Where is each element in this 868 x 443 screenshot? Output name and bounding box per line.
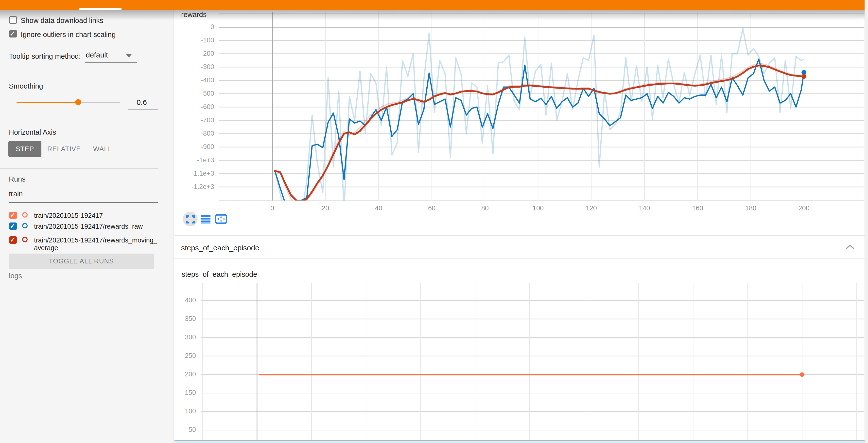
- divider: [0, 168, 158, 169]
- y-tick-label: -200: [177, 50, 214, 57]
- runs-label: Runs: [9, 175, 26, 183]
- y-tick-label: -900: [177, 143, 214, 151]
- run-color-radio[interactable]: [22, 212, 28, 217]
- smoothing-value-underline: [128, 110, 158, 110]
- tooltip-sorting-label: Tooltip sorting method:: [9, 52, 81, 60]
- y-tick-label: -1.2e+3: [177, 183, 214, 191]
- run-label[interactable]: train/20201015-192417/rewards_raw: [34, 223, 158, 230]
- run-label[interactable]: train/20201015-192417/rewards_moving_ave…: [34, 237, 158, 252]
- runs-filter-input[interactable]: train: [9, 190, 23, 198]
- run-checkbox[interactable]: ✓: [9, 212, 17, 219]
- dropdown-underline: [85, 62, 137, 63]
- x-tick-label: 40: [368, 205, 390, 212]
- ignore-outliers-label: Ignore outliers in chart scaling: [21, 31, 116, 39]
- smoothing-label: Smoothing: [9, 82, 43, 90]
- divider: [0, 123, 158, 123]
- check-icon: ✓: [10, 222, 16, 230]
- logs-category-label: logs: [9, 272, 22, 280]
- fit-domain-icon[interactable]: [215, 214, 227, 224]
- x-tick-label: 140: [633, 205, 656, 212]
- y-tick-label: -300: [177, 63, 214, 71]
- series-end-dot[interactable]: [802, 74, 806, 79]
- run-color-radio[interactable]: [22, 237, 28, 242]
- run-checkbox[interactable]: ✓: [9, 223, 17, 230]
- check-icon: ✓: [10, 30, 15, 38]
- check-icon: ✓: [10, 211, 16, 219]
- main-content: rewards 0-100-200-300-400-500-600-700-80…: [175, 0, 865, 443]
- y-tick-label: -600: [177, 103, 214, 111]
- runs-filter-underline: [9, 202, 158, 203]
- rewards-plot[interactable]: [219, 12, 864, 201]
- y-tick-label: -1e+3: [177, 156, 214, 164]
- rewards-chart-title: rewards: [181, 10, 207, 19]
- smoothing-value[interactable]: 0.6: [128, 98, 155, 107]
- scrollbar-track[interactable]: [865, 0, 868, 443]
- next-section-edge: [175, 440, 865, 443]
- axis-relative-button[interactable]: RELATIVE: [46, 141, 82, 157]
- steps-card: steps_of_each_episode 400350300250200150…: [175, 260, 865, 443]
- chevron-down-icon[interactable]: [126, 54, 132, 57]
- tensorboard-app: Show data download links ✓ Ignore outlie…: [0, 0, 868, 443]
- steps-plot[interactable]: [201, 283, 864, 443]
- show-download-links-label: Show data download links: [21, 17, 103, 25]
- ignore-outliers-checkbox[interactable]: ✓: [9, 30, 17, 37]
- x-tick-label: 200: [793, 205, 815, 212]
- tooltip-sorting-dropdown[interactable]: default: [86, 51, 108, 59]
- run-label[interactable]: train/20201015-192417: [34, 212, 158, 219]
- axis-step-button[interactable]: STEP: [8, 141, 41, 157]
- smoothing-slider-filled[interactable]: [17, 101, 79, 103]
- x-tick-label: 20: [314, 205, 336, 212]
- axis-wall-button[interactable]: WALL: [88, 141, 117, 157]
- app-header-bar: [0, 0, 868, 10]
- show-download-links-checkbox[interactable]: [9, 16, 17, 24]
- x-tick-label: 160: [687, 205, 709, 212]
- smoothing-slider-handle[interactable]: [75, 99, 81, 105]
- card-divider: [175, 235, 865, 236]
- y-tick-label: -1.1e+3: [177, 170, 214, 177]
- chevron-up-icon[interactable]: [846, 244, 854, 249]
- section-header-steps[interactable]: steps_of_each_episode: [175, 237, 865, 259]
- horizontal-axis-label: Horizontal Axis: [9, 128, 56, 137]
- y-tick-label: -700: [177, 116, 214, 124]
- series-end-dot[interactable]: [800, 372, 804, 377]
- data-table-icon[interactable]: [201, 215, 211, 224]
- x-tick-label: 0: [261, 205, 283, 212]
- y-tick-label: 0: [177, 23, 214, 31]
- x-tick-label: 80: [474, 205, 496, 212]
- toggle-all-runs-button[interactable]: TOGGLE ALL RUNS: [9, 254, 154, 269]
- smoothing-slider-rest[interactable]: [79, 101, 120, 103]
- x-tick-label: 120: [580, 205, 602, 212]
- x-tick-label: 60: [421, 205, 443, 212]
- fullscreen-icon[interactable]: [186, 215, 195, 224]
- y-tick-label: -400: [177, 77, 214, 84]
- check-icon: ✓: [10, 236, 16, 244]
- y-tick-label: -500: [177, 90, 214, 97]
- divider: [0, 75, 158, 75]
- active-tab-indicator: [79, 8, 122, 10]
- steps-chart-title: steps_of_each_episode: [182, 270, 257, 278]
- run-checkbox[interactable]: ✓: [9, 236, 17, 244]
- chart-series-line: [275, 28, 804, 201]
- run-color-radio[interactable]: [22, 223, 28, 228]
- x-tick-label: 100: [527, 205, 549, 212]
- rewards-card: rewards 0-100-200-300-400-500-600-700-80…: [175, 10, 865, 236]
- settings-sidebar: Show data download links ✓ Ignore outlie…: [0, 10, 174, 443]
- chart-canvas[interactable]: [201, 283, 864, 443]
- section-title: steps_of_each_episode: [181, 244, 259, 252]
- x-tick-label: 180: [740, 205, 762, 212]
- chart-canvas[interactable]: [219, 12, 864, 201]
- y-tick-label: -100: [177, 36, 214, 44]
- y-tick-label: -800: [177, 130, 214, 138]
